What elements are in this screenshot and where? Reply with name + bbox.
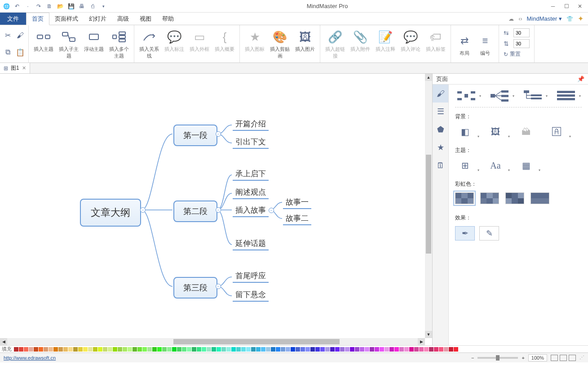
color-swatch[interactable]: [271, 347, 275, 352]
tab-advanced[interactable]: 高级: [112, 13, 134, 25]
tab-view[interactable]: 视图: [134, 13, 157, 25]
color-swatch[interactable]: [137, 347, 142, 352]
color-swatch[interactable]: [414, 347, 419, 352]
new-icon[interactable]: 🗎: [45, 2, 54, 11]
color-swatch[interactable]: [301, 347, 305, 352]
color-swatch[interactable]: [340, 347, 345, 352]
color-swatch[interactable]: [236, 347, 241, 352]
bg-remove[interactable]: 🏔: [516, 125, 536, 138]
color-swatch[interactable]: [88, 347, 93, 352]
color-swatch[interactable]: [305, 347, 310, 352]
number-button[interactable]: ≡编号: [476, 31, 494, 57]
close-button[interactable]: ✕: [574, 2, 586, 11]
bg-image[interactable]: 🖼▾: [486, 125, 505, 138]
color-swatch[interactable]: [108, 347, 112, 352]
mindmap-root[interactable]: 文章大纲: [80, 199, 141, 227]
pin-icon[interactable]: 📌: [577, 76, 584, 82]
color-swatch[interactable]: [385, 347, 389, 352]
collapse-root[interactable]: −: [140, 207, 146, 213]
rainbow-3[interactable]: [505, 192, 524, 204]
color-swatch[interactable]: [73, 347, 78, 352]
scroll-up-icon[interactable]: ▲: [425, 74, 432, 81]
h-spacing-input[interactable]: [513, 28, 530, 37]
color-swatch[interactable]: [34, 347, 38, 352]
leaf-2-3-1[interactable]: 故事一: [283, 196, 311, 209]
color-swatch[interactable]: [83, 347, 88, 352]
structure-right[interactable]: ▾: [488, 89, 511, 103]
doctab-1[interactable]: ⊞ 图1 ✕: [0, 63, 30, 73]
bg-watermark[interactable]: 🄰▾: [547, 125, 566, 138]
mindmap-section-3[interactable]: 第三段: [173, 277, 217, 299]
color-swatch[interactable]: [123, 347, 127, 352]
color-swatch[interactable]: [251, 347, 256, 352]
view-mode-2[interactable]: [560, 355, 567, 361]
color-swatch[interactable]: [157, 347, 162, 352]
color-swatch[interactable]: [330, 347, 335, 352]
color-swatch[interactable]: [256, 347, 261, 352]
color-swatch[interactable]: [207, 347, 211, 352]
theme-font[interactable]: Aa▾: [486, 159, 505, 172]
v-spacing-input[interactable]: [513, 39, 530, 48]
color-swatch[interactable]: [63, 347, 68, 352]
print-icon[interactable]: 🖶: [77, 2, 86, 11]
color-swatch[interactable]: [14, 347, 18, 352]
collapse-leaf23[interactable]: −: [269, 208, 274, 213]
zoom-out-icon[interactable]: −: [471, 355, 474, 361]
color-swatch[interactable]: [221, 347, 226, 352]
layout-button[interactable]: ⇄布局: [455, 31, 473, 57]
color-swatch[interactable]: [404, 347, 409, 352]
undo-icon[interactable]: ↶: [13, 2, 22, 11]
horizontal-scrollbar[interactable]: ◀ ▶: [0, 338, 425, 345]
color-swatch[interactable]: [212, 347, 216, 352]
effect-sketch[interactable]: ✎: [479, 226, 499, 241]
canvas[interactable]: 文章大纲 − 第一段 − 开篇介绍 引出下文 第二段 − 承上启下 阐述观点 插…: [0, 74, 432, 338]
color-swatch[interactable]: [350, 347, 354, 352]
color-swatch[interactable]: [409, 347, 414, 352]
scroll-thumb-h[interactable]: [173, 339, 340, 344]
collapse-sec1[interactable]: −: [216, 131, 221, 137]
color-swatch[interactable]: [53, 347, 58, 352]
resize-grip-icon[interactable]: ⋰: [579, 355, 584, 361]
color-swatch[interactable]: [103, 347, 107, 352]
doctab-close-icon[interactable]: ✕: [22, 65, 26, 71]
color-swatch[interactable]: [375, 347, 379, 352]
cloud-icon[interactable]: ☁: [508, 16, 514, 22]
leaf-1-2[interactable]: 引出下文: [233, 136, 269, 149]
open-icon[interactable]: 📂: [56, 2, 65, 11]
color-swatch[interactable]: [58, 347, 63, 352]
leaf-2-1[interactable]: 承上启下: [233, 168, 269, 181]
tab-home[interactable]: 首页: [26, 13, 49, 25]
leaf-2-4[interactable]: 延伸话题: [233, 237, 269, 250]
color-swatch[interactable]: [439, 347, 443, 352]
insert-relation-button[interactable]: 插入关系线: [137, 27, 161, 61]
structure-list[interactable]: ▾: [555, 89, 577, 103]
color-swatch[interactable]: [142, 347, 147, 352]
color-swatch[interactable]: [128, 347, 132, 352]
color-swatch[interactable]: [276, 347, 280, 352]
scroll-left-icon[interactable]: ◀: [0, 338, 7, 345]
collapse-sec2[interactable]: −: [216, 207, 221, 213]
copy-icon[interactable]: ⧉: [3, 47, 13, 57]
color-swatch[interactable]: [162, 347, 167, 352]
share-icon[interactable]: ‹›: [518, 16, 522, 22]
tab-slideshow[interactable]: 幻灯片: [84, 13, 112, 25]
rainbow-2[interactable]: [480, 192, 499, 204]
color-swatch[interactable]: [291, 347, 295, 352]
sidetab-task[interactable]: 🗓: [433, 156, 448, 174]
zoom-slider[interactable]: [477, 357, 518, 359]
color-swatch[interactable]: [345, 347, 349, 352]
color-swatch[interactable]: [68, 347, 73, 352]
color-swatch[interactable]: [281, 347, 285, 352]
leaf-3-2[interactable]: 留下悬念: [233, 289, 269, 302]
color-swatch[interactable]: [394, 347, 399, 352]
tshirt-icon[interactable]: 👕: [566, 16, 573, 22]
qat-more-icon[interactable]: ▾: [99, 2, 108, 11]
scroll-right-icon[interactable]: ▶: [418, 338, 425, 345]
tab-page-style[interactable]: 页面样式: [49, 13, 84, 25]
zoom-in-icon[interactable]: +: [522, 355, 524, 361]
scroll-thumb-v[interactable]: [426, 155, 431, 254]
insert-image-button[interactable]: 🖼插入图片: [293, 27, 317, 61]
color-swatch[interactable]: [320, 347, 325, 352]
color-swatch[interactable]: [217, 347, 221, 352]
color-swatch[interactable]: [197, 347, 201, 352]
